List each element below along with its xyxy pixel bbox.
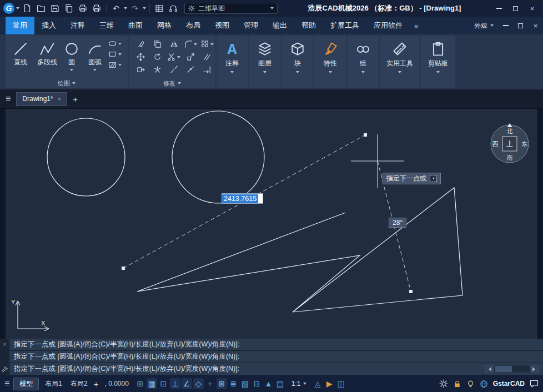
tab-overflow-icon[interactable]: » xyxy=(410,22,423,30)
fillet-button[interactable] xyxy=(183,38,198,50)
command-prompt-line[interactable]: 指定下一点或 [圆弧(A)/闭合(C)/半宽(H)/长度(L)/放弃(U)/宽度… xyxy=(9,363,543,375)
grid-display-icon[interactable]: ▦ xyxy=(147,378,157,389)
redo-button[interactable]: ↷ xyxy=(129,2,141,14)
redo-caret-icon[interactable] xyxy=(143,7,146,9)
layout2-tab[interactable]: 布局2 xyxy=(68,378,90,390)
circle-entity-2[interactable] xyxy=(172,111,264,203)
stretch-button[interactable] xyxy=(133,64,148,76)
block-button[interactable]: 块 xyxy=(282,36,313,88)
save-button[interactable] xyxy=(49,2,61,14)
save-as-button[interactable] xyxy=(63,2,75,14)
new-document-tab-button[interactable]: + xyxy=(73,94,78,104)
line-button[interactable]: 直线 xyxy=(8,38,33,78)
tab-3d[interactable]: 三维 xyxy=(92,17,121,34)
rectangle-button[interactable] xyxy=(108,50,122,58)
tab-surface[interactable]: 曲面 xyxy=(121,17,150,34)
grip-point[interactable] xyxy=(122,267,125,270)
offset-button[interactable] xyxy=(199,51,215,63)
appearance-menu[interactable]: 外观 xyxy=(474,21,494,31)
utilities-button[interactable]: 实用工具 xyxy=(380,36,420,88)
annotation-visibility-icon[interactable]: ▲ xyxy=(263,378,274,389)
view-compass[interactable]: 北 西 东 南 上 xyxy=(491,123,529,163)
tab-applications[interactable]: 应用软件 xyxy=(366,17,410,34)
workspace-selector[interactable]: 二维草图 xyxy=(184,3,278,14)
ortho-mode-icon[interactable]: ⊥ xyxy=(170,378,180,389)
move-button[interactable] xyxy=(133,51,148,63)
doc-menu-icon[interactable]: ≡ xyxy=(6,94,11,104)
plot-button[interactable] xyxy=(77,2,89,14)
workspace-icon[interactable]: ▤ xyxy=(275,378,285,389)
annotation-scale-control[interactable]: 1:1 xyxy=(291,380,306,388)
compass-north-label[interactable]: 北 xyxy=(506,128,513,134)
dynamic-input-icon[interactable]: ⊠ xyxy=(217,378,227,389)
drawing-canvas[interactable]: 北 西 东 南 上 Y X 2413.7615 指定下一点或 28° xyxy=(6,109,537,339)
grip-point[interactable] xyxy=(409,290,413,293)
new-file-button[interactable] xyxy=(21,2,33,14)
copy-button[interactable] xyxy=(149,38,165,50)
snap-tracking-icon[interactable]: + xyxy=(205,378,215,389)
object-snap-icon[interactable]: ◇ xyxy=(193,378,204,389)
annotation-monitor-icon[interactable]: ◬ xyxy=(313,378,323,389)
group-button[interactable]: 组 xyxy=(348,36,379,88)
array-button[interactable] xyxy=(199,38,215,50)
snap-mode-icon[interactable]: ⊞ xyxy=(135,378,145,389)
app-menu-caret-icon[interactable] xyxy=(16,7,19,9)
rotate-button[interactable] xyxy=(149,51,165,63)
minimize-button[interactable] xyxy=(491,3,506,14)
infer-constraints-icon[interactable]: ⊡ xyxy=(158,378,169,389)
tab-home[interactable]: 常用 xyxy=(6,17,34,34)
scroll-right-button[interactable] xyxy=(530,365,538,373)
circle-button[interactable]: 圆 xyxy=(62,38,82,78)
circle-entity-1[interactable] xyxy=(47,118,125,196)
compass-west-label[interactable]: 西 xyxy=(492,140,499,147)
arc-button[interactable]: 圆弧 xyxy=(83,38,107,78)
dynamic-input-field[interactable]: 2413.7615 xyxy=(222,193,263,204)
tab-mesh[interactable]: 网格 xyxy=(150,17,179,34)
clean-screen-icon[interactable]: ◫ xyxy=(336,378,346,389)
doc-restore-button[interactable] xyxy=(513,20,528,32)
hardware-acceleration-icon[interactable]: ▶ xyxy=(324,378,335,389)
plot-preview-button[interactable] xyxy=(90,2,103,14)
app-logo-icon[interactable]: G xyxy=(3,3,14,14)
document-tab-close-icon[interactable]: × xyxy=(58,96,61,102)
selection-cycling-icon[interactable]: ⊟ xyxy=(252,378,262,389)
trim-button[interactable] xyxy=(166,51,182,63)
globe-icon[interactable] xyxy=(480,380,488,388)
close-button[interactable]: × xyxy=(525,3,540,14)
explode-button[interactable] xyxy=(149,64,165,76)
doc-close-button[interactable]: × xyxy=(528,20,543,32)
lineweight-icon[interactable]: ≣ xyxy=(228,378,239,389)
status-menu-icon[interactable]: ≡ xyxy=(4,379,9,389)
properties-button[interactable]: 特性 xyxy=(314,36,346,88)
undo-button[interactable]: ↶ xyxy=(110,2,122,14)
layout1-tab[interactable]: 布局1 xyxy=(43,378,64,390)
annotate-button[interactable]: A 注释 xyxy=(217,36,248,88)
model-tab[interactable]: 模型 xyxy=(13,378,39,390)
erase-button[interactable] xyxy=(133,38,148,50)
tab-manage[interactable]: 管理 xyxy=(237,17,265,34)
sheet-set-button[interactable] xyxy=(153,2,165,14)
polar-tracking-icon[interactable]: ∠ xyxy=(182,378,192,389)
document-tab[interactable]: Drawing1* × xyxy=(16,92,67,106)
circle-caret-icon[interactable] xyxy=(70,69,73,71)
extend-button[interactable] xyxy=(199,64,215,76)
tab-insert[interactable]: 插入 xyxy=(34,17,63,34)
scale-button[interactable] xyxy=(183,51,198,63)
compass-south-label[interactable]: 南 xyxy=(507,154,513,161)
settings-gear-icon[interactable] xyxy=(439,379,448,388)
tab-view[interactable]: 视图 xyxy=(208,17,237,34)
tab-help[interactable]: 帮助 xyxy=(294,17,323,34)
ellipse-button[interactable] xyxy=(108,39,122,48)
compass-east-label[interactable]: 东 xyxy=(522,140,528,147)
break-button[interactable] xyxy=(166,64,182,76)
clipboard-button[interactable]: 剪贴板 xyxy=(421,36,455,88)
tab-express-tools[interactable]: 扩展工具 xyxy=(323,17,366,34)
tab-output[interactable]: 输出 xyxy=(265,17,294,34)
chat-icon[interactable] xyxy=(530,379,539,388)
command-close-icon[interactable]: × xyxy=(3,341,7,348)
transparency-icon[interactable]: ▧ xyxy=(240,378,250,389)
undo-caret-icon[interactable] xyxy=(124,7,127,9)
tab-annotate[interactable]: 注释 xyxy=(63,17,92,34)
mirror-button[interactable] xyxy=(166,38,182,50)
draw-panel-footer[interactable]: 绘图 xyxy=(6,79,128,88)
